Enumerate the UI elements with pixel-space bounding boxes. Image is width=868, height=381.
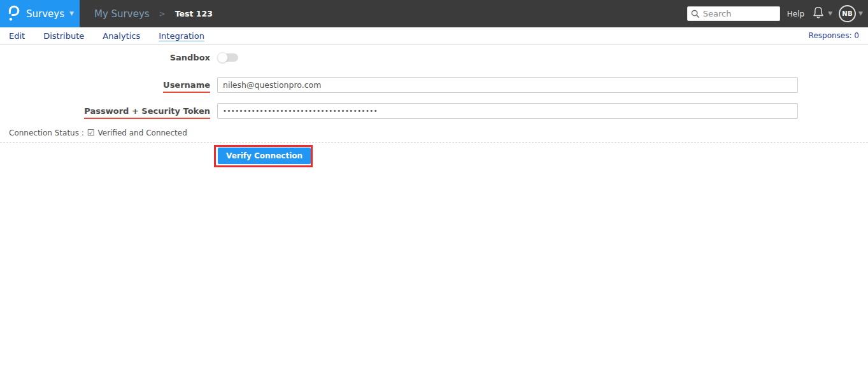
app-menu-label: Surveys xyxy=(26,8,64,20)
search-input[interactable] xyxy=(687,6,780,21)
search-box xyxy=(687,6,780,21)
avatar: NB xyxy=(839,5,856,22)
breadcrumb-current-survey: Test 123 xyxy=(175,9,213,18)
red-annotation-box: Verify Connection xyxy=(214,145,313,167)
responses-count[interactable]: Responses: 0 xyxy=(809,31,859,40)
connection-status-label: Connection Status : xyxy=(9,128,84,137)
top-navbar: Surveys ▼ My Surveys > Test 123 Help xyxy=(0,0,868,27)
chevron-down-icon: ▼ xyxy=(828,11,832,17)
breadcrumb-separator-icon: > xyxy=(159,10,166,18)
password-input[interactable] xyxy=(217,103,798,119)
checked-checkbox-icon: ☑ xyxy=(87,128,95,137)
username-label: Username xyxy=(0,80,210,90)
sandbox-label: Sandbox xyxy=(0,53,210,62)
account-menu[interactable]: NB ▼ xyxy=(839,5,863,22)
app-menu[interactable]: Surveys ▼ xyxy=(0,0,80,27)
breadcrumb-my-surveys[interactable]: My Surveys xyxy=(94,8,150,20)
connection-status: Connection Status : ☑ Verified and Conne… xyxy=(9,128,868,137)
breadcrumb: My Surveys > Test 123 xyxy=(94,8,213,20)
help-link[interactable]: Help xyxy=(787,10,804,18)
navbar-right-cluster: Help ▼ NB ▼ xyxy=(687,5,868,22)
verify-connection-button[interactable]: Verify Connection xyxy=(218,148,311,164)
notifications-menu[interactable]: ▼ xyxy=(812,5,832,22)
sandbox-row: Sandbox xyxy=(0,53,868,62)
username-row: Username xyxy=(0,77,868,93)
tab-edit[interactable]: Edit xyxy=(9,31,25,41)
password-row: Password + Security Token xyxy=(0,103,868,119)
tab-analytics[interactable]: Analytics xyxy=(103,31,140,41)
password-label: Password + Security Token xyxy=(0,106,210,116)
connection-status-value: Verified and Connected xyxy=(97,128,187,137)
sandbox-toggle[interactable] xyxy=(218,53,238,62)
integration-form: Sandbox Username Password + Security Tok… xyxy=(0,45,868,167)
questionpro-logo-icon xyxy=(8,5,20,22)
chevron-down-icon: ▼ xyxy=(858,11,863,17)
search-icon xyxy=(691,9,700,21)
toggle-knob xyxy=(217,52,228,63)
tab-distribute[interactable]: Distribute xyxy=(43,31,84,41)
survey-tabbar: Edit Distribute Analytics Integration Re… xyxy=(0,27,868,45)
tab-integration[interactable]: Integration xyxy=(159,31,204,41)
chevron-down-icon: ▼ xyxy=(69,11,74,17)
username-input[interactable] xyxy=(217,77,798,93)
dashed-divider xyxy=(0,142,868,143)
bell-icon xyxy=(812,5,825,22)
verify-button-row: Verify Connection xyxy=(214,145,868,167)
